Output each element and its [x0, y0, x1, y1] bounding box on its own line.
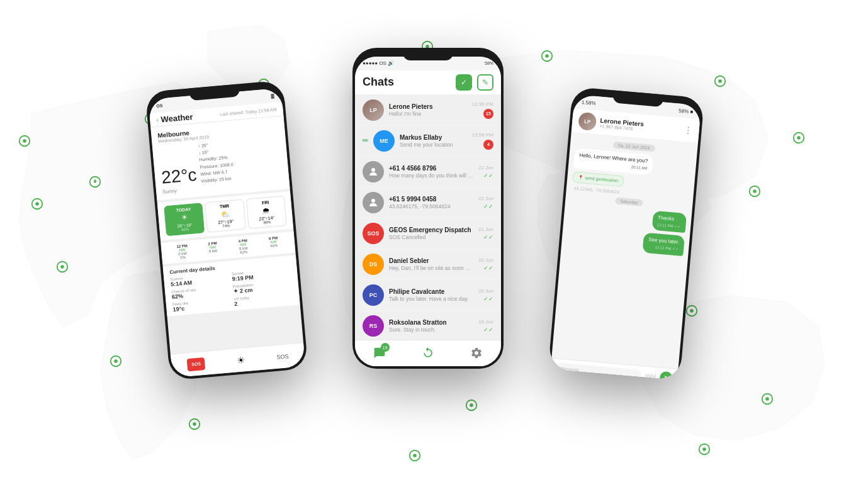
weather-nav-icon[interactable]: ☀: [236, 354, 245, 365]
chat-messages: Sa, 22 Jun 2019 Hello, Lerone! Where are…: [561, 132, 698, 261]
detail-avatar: LP: [578, 111, 597, 130]
chat-name-philipe: Philipe Cavalcante: [389, 288, 473, 295]
hourly-6pm: 6 PM NW 46%: [259, 235, 289, 252]
current-details-grid: Sunrise 5:14 AM Sunset 9:19 PM Chance of…: [170, 267, 293, 313]
msg-time-1: 20:11 AM: [578, 160, 647, 171]
chats-header-icons: ✓ ✎: [456, 74, 493, 91]
msg-sent-seeyou: See you later. 12:11 PM ✓✓: [643, 232, 685, 255]
svg-point-1: [94, 181, 96, 183]
chat-meta-lerone: 12:30 PM 15: [472, 101, 493, 119]
chat-preview-markus: Send me your location: [400, 142, 467, 148]
svg-point-7: [114, 359, 118, 363]
chat-content-daniel: Daniel Sebler Hey, Dan, I'll be on site …: [389, 257, 473, 271]
feels-like-item: Feels like 19°c: [172, 297, 232, 312]
chat-check-philipe: ✓✓: [483, 296, 493, 302]
location-coords: 43.12345, -79.5064624: [572, 185, 620, 194]
chat-content-geos: GEOS Emergency Dispatch SOS Cancelled: [389, 227, 473, 240]
chat-input-bar: Message 0/956 ➤: [550, 357, 679, 380]
chat-name-geos: GEOS Emergency Dispatch: [389, 227, 473, 233]
chats-check-button[interactable]: ✓: [456, 74, 472, 91]
nav-chats-btn[interactable]: 19: [368, 342, 391, 364]
chats-compose-button[interactable]: ✎: [477, 74, 493, 91]
chat-meta-markus: 12:56 PM 4: [472, 132, 493, 150]
map-pin: [697, 442, 711, 456]
chat-time-lerone: 12:30 PM: [472, 101, 493, 107]
detail-more-button[interactable]: ⋮: [684, 125, 693, 135]
chat-preview-roksolana: Sure. Stay in touch.: [389, 327, 473, 333]
weather-temperature: 22°c: [160, 164, 198, 188]
avatar-lerone: LP: [363, 99, 384, 121]
forecast-today: TODAY ☀ 26°↑16° 62%: [164, 203, 205, 236]
hourly-2pm: 2 PM NW 8 kW: [198, 240, 228, 258]
chat-item-geos[interactable]: SOS GEOS Emergency Dispatch SOS Cancelle…: [355, 218, 501, 249]
date-divider-1: Sa, 22 Jun 2019: [612, 141, 655, 152]
chat-time-phone1: 22 Jun: [478, 165, 493, 171]
weather-details: ↑ 26° ↓ 16° Humidity: 25% Pressure: 1008…: [198, 139, 235, 184]
chat-meta-roksolana: 19 Jun ✓✓: [478, 319, 493, 333]
sunset-item: Sunset 9:19 PM: [232, 267, 291, 282]
avatar-daniel: DS: [363, 254, 384, 275]
svg-point-5: [60, 265, 64, 269]
char-count: 0/956: [645, 373, 656, 379]
phones-container: OS ▓ ‹ Weather Last shared: Today 11:58 …: [208, 48, 648, 457]
chat-badge-lerone: 15: [483, 109, 493, 119]
phone-chats: ●●●●● OS 🔊 58% Chats ✓ ✎ LP Le: [352, 48, 504, 369]
status-carrier: OS: [156, 103, 163, 108]
chat-time-phone2: 22 Jun: [478, 196, 493, 201]
chat-name-daniel: Daniel Sebler: [389, 257, 473, 264]
chats-header: Chats ✓ ✎: [355, 70, 501, 95]
chat-preview-phone2: 43.6246175, -79.5064624: [389, 203, 473, 210]
detail-battery: 58% ■: [679, 108, 694, 115]
svg-point-23: [690, 309, 694, 313]
date-divider-saturday: Saturday: [615, 196, 643, 206]
status-icons: ▓: [271, 93, 274, 98]
location-share-sent: 📍 send geolocation: [572, 171, 624, 186]
map-pin: [18, 134, 31, 148]
back-button[interactable]: ‹: [156, 116, 159, 123]
nav-sync-btn[interactable]: [417, 342, 439, 364]
map-pin: [88, 175, 102, 189]
detail-contact-info: Lerone Pieters +1 867 894 7475: [599, 116, 644, 132]
chat-name-phone2: +61 5 9994 0458: [389, 196, 473, 203]
uv-index-item: UV Index 2: [234, 292, 293, 307]
svg-point-11: [35, 202, 39, 206]
forecast-friday: FRI 🌧 22°↑14° 86%: [245, 195, 286, 228]
chat-item-markus[interactable]: ME ME Markus Ellaby Send me your locatio…: [355, 126, 501, 157]
weather-bottom-nav: SOS ☀ SOS: [171, 342, 306, 378]
chat-meta-daniel: 20 Jun ✓✓: [478, 257, 493, 271]
chat-name-markus: Markus Ellaby: [400, 134, 467, 141]
weather-main-info: Melbourne Wednesday, 30 April 2019 22°c …: [150, 116, 290, 200]
msg-sent-thanks: Thanks 12:11 PM ✓✓: [651, 210, 687, 233]
chat-badge-markus: 4: [483, 140, 493, 150]
chat-meta-phone2: 22 Jun ✓✓: [478, 196, 493, 210]
chat-check-roksolana: ✓✓: [483, 327, 493, 333]
chat-item-phone2[interactable]: +61 5 9994 0458 43.6246175, -79.5064624 …: [355, 188, 501, 218]
map-pin: [188, 417, 201, 431]
avatar-markus: ME: [373, 130, 395, 152]
chats-carrier: ●●●●● OS 🔊: [363, 60, 394, 66]
chat-item-lerone[interactable]: LP Lerone Pieters Hello! I'm fine 12:30 …: [355, 95, 501, 126]
message-input-field[interactable]: Message: [555, 362, 642, 380]
send-button[interactable]: ➤: [659, 371, 673, 380]
chat-item-roksolana[interactable]: RS Roksolana Stratton Sure. Stay in touc…: [355, 311, 501, 342]
chat-preview-daniel: Hey, Dan, I'll be on site as soon as I c…: [389, 265, 473, 271]
chat-list: LP Lerone Pieters Hello! I'm fine 12:30 …: [355, 95, 501, 366]
map-pin: [760, 392, 774, 406]
nav-settings-btn[interactable]: [465, 342, 488, 364]
chat-content-phone1: +61 4 4566 8796 How many days do you thi…: [389, 165, 473, 179]
avatar-roksolana: RS: [363, 315, 384, 337]
chats-title: Chats: [363, 76, 456, 89]
avatar-philipe: PC: [363, 284, 384, 306]
last-shared-text: Last shared: Today 11:58 AM: [220, 107, 277, 116]
avatar-geos: SOS: [363, 223, 384, 244]
chat-item-philipe[interactable]: PC Philipe Cavalcante Talk to you later.…: [355, 280, 501, 311]
svg-point-9: [193, 422, 196, 426]
svg-point-42: [371, 168, 375, 172]
sos-nav-label[interactable]: SOS: [276, 352, 289, 360]
sos-button[interactable]: SOS: [187, 357, 206, 371]
chat-item-daniel[interactable]: DS Daniel Sebler Hey, Dan, I'll be on si…: [355, 249, 501, 280]
chat-item-phone1[interactable]: +61 4 4566 8796 How many days do you thi…: [355, 157, 501, 188]
chat-check-daniel: ✓✓: [483, 265, 493, 271]
sunrise-item: Sunrise 5:14 AM: [170, 272, 230, 288]
battery-icon: ▓: [271, 93, 274, 98]
